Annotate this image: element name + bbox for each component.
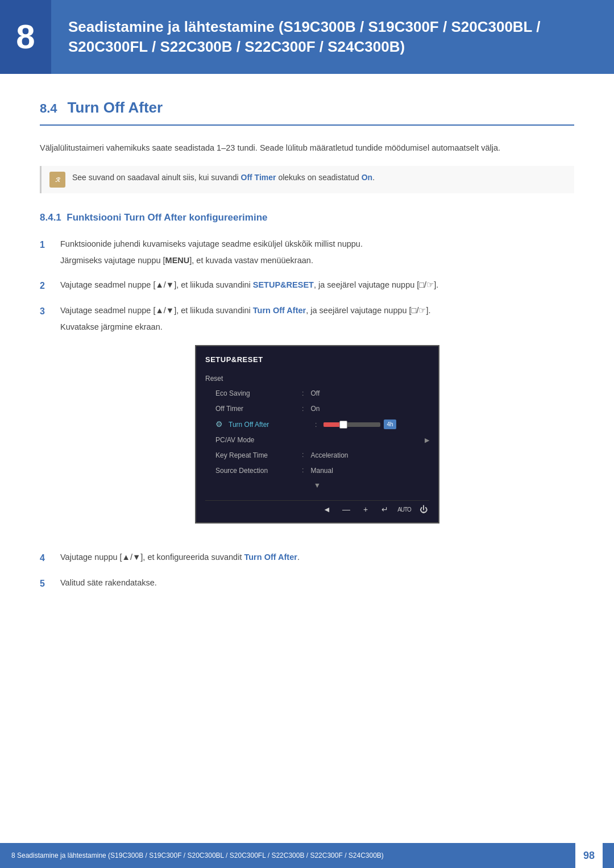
note-text: See suvand on saadaval ainult siis, kui … xyxy=(72,172,375,184)
step-5: 5 Valitud säte rakendatakse. xyxy=(40,576,574,591)
menu-row-pcav: PC/AV Mode ▶ xyxy=(205,433,429,447)
step-number-2: 2 xyxy=(40,279,51,293)
step-number-5: 5 xyxy=(40,576,51,591)
svg-text:ℛ: ℛ xyxy=(55,177,60,183)
section-title: Turn Off After xyxy=(68,97,163,119)
slider-fill xyxy=(323,422,341,427)
step-content-3: Vajutage seadmel nuppe [▲/▼], et liikuda… xyxy=(60,304,574,539)
nav-btn-minus: — xyxy=(341,505,352,514)
slider-thumb xyxy=(339,421,347,429)
slider-bar xyxy=(323,422,380,427)
step-number-4: 4 xyxy=(40,551,51,565)
menu-label-keyrepeat: Key Repeat Time xyxy=(215,450,295,460)
menu-value-keyrepeat: Acceleration xyxy=(310,450,348,460)
content-area: 8.4 Turn Off After Väljalülitustaimeri v… xyxy=(0,74,614,647)
description-paragraph: Väljalülitustaimeri vahemikuks saate sea… xyxy=(40,142,574,155)
step-text-2: Vajutage seadmel nuppe [▲/▼], et liikuda… xyxy=(60,279,574,292)
nav-icon-power: ⏻ xyxy=(418,505,429,514)
menu-items-list: Reset Eco Saving : Off Off Timer : xyxy=(205,371,429,493)
monitor-screen: SETUP&RESET Reset Eco Saving : Off xyxy=(195,345,439,523)
nav-btn-auto: AUTO xyxy=(399,505,410,514)
step-content-4: Vajutage nuppu [▲/▼], et konfigureerida … xyxy=(60,551,574,564)
section-heading: 8.4 Turn Off After xyxy=(40,97,574,126)
nav-btn-left: ◄ xyxy=(321,505,333,514)
menu-row-reset: Reset xyxy=(205,371,429,386)
footer-page-number: 98 xyxy=(575,843,603,868)
menu-value-ecosaving: Off xyxy=(310,388,320,398)
nav-btn-plus: + xyxy=(360,505,371,514)
menu-label-offtimer: Off Timer xyxy=(215,404,295,414)
step-1: 1 Funktsioonide juhendi kuvamiseks vajut… xyxy=(40,238,574,267)
monitor-bottom-bar: ◄ — + xyxy=(205,500,429,514)
note-box: ℛ See suvand on saadaval ainult siis, ku… xyxy=(40,166,574,193)
chapter-number: 8 xyxy=(0,0,51,74)
nav-btn-enter: ↵ xyxy=(379,505,391,514)
page-wrapper: 8 Seadistamine ja lähtestamine (S19C300B… xyxy=(0,0,614,868)
menu-label-turnoffafter: Turn Off After xyxy=(229,420,308,430)
menu-label-reset: Reset xyxy=(205,373,285,384)
menu-row-offtimer: Off Timer : On xyxy=(205,401,429,417)
step-subtext-1: Järgmiseks vajutage nuppu [MENU], et kuv… xyxy=(60,254,574,267)
footer-text: 8 Seadistamine ja lähtestamine (S19C300B… xyxy=(11,850,384,861)
step-text-4: Vajutage nuppu [▲/▼], et konfigureerida … xyxy=(60,551,574,564)
section-number: 8.4 xyxy=(40,99,57,118)
step-3: 3 Vajutage seadmel nuppe [▲/▼], et liiku… xyxy=(40,304,574,539)
slider-bar-container: 4h xyxy=(323,420,396,429)
nav-btn-power: ⏻ xyxy=(418,505,429,514)
chapter-title: Seadistamine ja lähtestamine (S19C300B /… xyxy=(68,17,597,57)
steps-list: 1 Funktsioonide juhendi kuvamiseks vajut… xyxy=(40,238,574,591)
menu-row-ecosaving: Eco Saving : Off xyxy=(205,386,429,401)
menu-title: SETUP&RESET xyxy=(205,354,429,366)
arrow-right-pcav: ▶ xyxy=(425,435,429,445)
menu-label-sourcedetect: Source Detection xyxy=(215,466,295,476)
note-icon: ℛ xyxy=(49,172,65,188)
nav-icon-plus: + xyxy=(360,505,371,514)
subsection-heading: 8.4.1 Funktsiooni Turn Off After konfigu… xyxy=(40,210,574,225)
page-footer: 8 Seadistamine ja lähtestamine (S19C300B… xyxy=(0,843,614,868)
step-number-3: 3 xyxy=(40,304,51,318)
menu-label-pcav: PC/AV Mode xyxy=(215,435,295,445)
chapter-header: 8 Seadistamine ja lähtestamine (S19C300B… xyxy=(0,0,614,74)
menu-row-sourcedetect: Source Detection : Manual xyxy=(205,463,429,478)
menu-row-keyrepeat: Key Repeat Time : Acceleration xyxy=(205,447,429,463)
step-text-1: Funktsioonide juhendi kuvamiseks vajutag… xyxy=(60,238,574,251)
nav-icon-enter: ↵ xyxy=(379,505,391,514)
chapter-title-block: Seadistamine ja lähtestamine (S19C300B /… xyxy=(51,0,614,74)
step-content-5: Valitud säte rakendatakse. xyxy=(60,576,574,589)
step-text-5: Valitud säte rakendatakse. xyxy=(60,576,574,589)
step-4: 4 Vajutage nuppu [▲/▼], et konfigureerid… xyxy=(40,551,574,565)
slider-value-badge: 4h xyxy=(384,420,396,429)
menu-label-ecosaving: Eco Saving xyxy=(215,388,295,398)
step-content-1: Funktsioonide juhendi kuvamiseks vajutag… xyxy=(60,238,574,267)
menu-row-turnoffafter: ⚙ Turn Off After : 4h xyxy=(205,416,429,433)
menu-value-sourcedetect: Manual xyxy=(310,466,333,476)
step-subtext-3: Kuvatakse järgmine ekraan. xyxy=(60,321,574,334)
step-text-3: Vajutage seadmel nuppe [▲/▼], et liikuda… xyxy=(60,304,574,317)
monitor-mockup-container: SETUP&RESET Reset Eco Saving : Off xyxy=(60,345,574,523)
nav-icon-left: ◄ xyxy=(321,505,333,514)
menu-row-more: ▼ xyxy=(205,478,429,493)
step-content-2: Vajutage seadmel nuppe [▲/▼], et liikuda… xyxy=(60,279,574,292)
menu-value-offtimer: On xyxy=(310,404,320,414)
step-2: 2 Vajutage seadmel nuppe [▲/▼], et liiku… xyxy=(40,279,574,293)
nav-icon-auto: AUTO xyxy=(399,505,410,514)
step-number-1: 1 xyxy=(40,238,51,252)
nav-icon-minus: — xyxy=(341,505,352,514)
